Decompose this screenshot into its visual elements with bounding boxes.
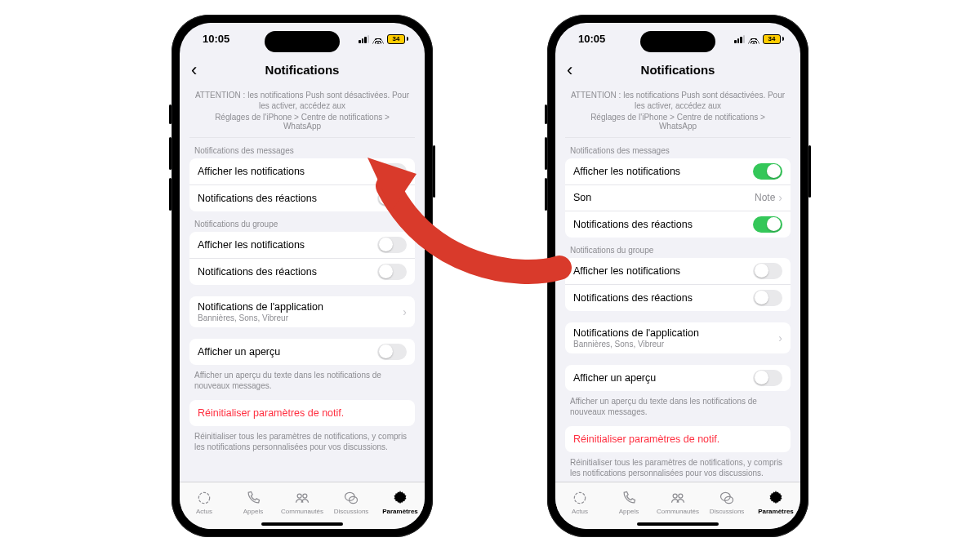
row-show-notifications[interactable]: Afficher les notifications — [189, 158, 415, 184]
status-time: 10:05 — [203, 33, 229, 45]
tab-parametres[interactable]: Paramètres — [376, 482, 425, 522]
battery-icon: 34 — [387, 34, 408, 44]
push-warning-line2: Réglages de l'iPhone > Centre de notific… — [189, 113, 415, 138]
toggle-show-preview[interactable] — [753, 370, 782, 386]
toggle-reaction-notifications[interactable] — [377, 190, 407, 207]
push-warning-line1: ATTENTION : les notifications Push sont … — [555, 85, 800, 113]
svg-point-6 — [574, 492, 585, 503]
cellular-icon — [734, 35, 745, 43]
status-time: 10:05 — [578, 33, 605, 45]
row-reaction-notifications[interactable]: Notifications des réactions — [565, 211, 791, 238]
tab-parametres[interactable]: Paramètres — [751, 482, 800, 522]
people-icon — [294, 490, 310, 506]
toggle-show-notifications[interactable] — [753, 163, 782, 180]
battery-icon: 34 — [763, 34, 784, 44]
toggle-group-show-notifications[interactable] — [753, 263, 782, 279]
page-title: Notifications — [555, 63, 800, 77]
status-ring-icon — [196, 490, 212, 506]
section-header-messages: Notifications des messages — [555, 138, 800, 158]
row-show-preview[interactable]: Afficher un aperçu — [565, 365, 791, 391]
row-reaction-notifications[interactable]: Notifications des réactions — [189, 184, 415, 211]
chevron-right-icon: › — [778, 191, 782, 204]
row-app-notifications[interactable]: Notifications de l'application Bannières… — [189, 296, 415, 327]
push-warning-line2: Réglages de l'iPhone > Centre de notific… — [565, 113, 791, 138]
wifi-icon — [372, 34, 384, 44]
dynamic-island — [265, 31, 340, 52]
svg-point-8 — [679, 494, 683, 498]
toggle-group-reaction-notifications[interactable] — [377, 264, 407, 280]
page-title: Notifications — [180, 63, 425, 77]
section-header-messages: Notifications des messages — [180, 138, 425, 158]
chevron-right-icon: › — [778, 331, 782, 344]
section-header-group: Notifications du groupe — [180, 211, 425, 232]
toggle-group-reaction-notifications[interactable] — [753, 290, 782, 306]
phone-icon — [245, 490, 261, 506]
sound-value: Note — [755, 192, 775, 203]
status-ring-icon — [572, 490, 588, 506]
nav-bar: ‹ Notifications — [180, 56, 425, 85]
home-indicator — [637, 522, 719, 526]
preview-footer: Afficher un aperçu du texte dans les not… — [180, 365, 425, 393]
tab-communautes[interactable]: Communautés — [653, 482, 702, 522]
back-chevron-icon[interactable]: ‹ — [191, 61, 197, 79]
chat-bubbles-icon — [343, 490, 359, 506]
tab-communautes[interactable]: Communautés — [278, 482, 327, 522]
row-group-show-notifications[interactable]: Afficher les notifications — [189, 232, 415, 258]
row-show-preview[interactable]: Afficher un aperçu — [189, 339, 415, 365]
svg-point-1 — [297, 494, 301, 498]
back-chevron-icon[interactable]: ‹ — [567, 61, 572, 79]
tab-actus[interactable]: Actus — [555, 482, 604, 522]
phone-icon — [621, 490, 637, 506]
row-group-show-notifications[interactable]: Afficher les notifications — [565, 258, 791, 284]
row-reset-notifications[interactable]: Réinitialiser paramètres de notif. — [565, 426, 791, 452]
people-icon — [670, 490, 686, 506]
tab-discussions[interactable]: Discussions — [327, 482, 376, 522]
row-group-reaction-notifications[interactable]: Notifications des réactions — [565, 284, 791, 311]
svg-point-2 — [303, 494, 307, 498]
preview-footer: Afficher un aperçu du texte dans les not… — [555, 391, 800, 420]
row-show-notifications[interactable]: Afficher les notifications — [565, 158, 791, 184]
home-indicator — [261, 522, 343, 526]
toggle-show-notifications[interactable] — [377, 163, 407, 180]
tab-actus[interactable]: Actus — [180, 482, 229, 522]
row-group-reaction-notifications[interactable]: Notifications des réactions — [189, 258, 415, 285]
gear-icon — [392, 490, 408, 506]
svg-point-7 — [673, 494, 677, 498]
reset-footer: Réinitialiser tous les paramètres de not… — [180, 426, 425, 455]
row-reset-notifications[interactable]: Réinitialiser paramètres de notif. — [189, 400, 415, 426]
dynamic-island — [640, 31, 715, 52]
chevron-right-icon: › — [403, 305, 407, 318]
cellular-icon — [359, 35, 369, 43]
row-sound[interactable]: Son Note › — [565, 184, 791, 211]
section-header-group: Notifications du groupe — [555, 238, 800, 258]
phone-right: 10:05 34 ‹ Notifications ATTENTION : les… — [547, 15, 808, 537]
nav-bar: ‹ Notifications — [555, 56, 800, 85]
tab-discussions[interactable]: Discussions — [702, 482, 751, 522]
toggle-reaction-notifications[interactable] — [753, 216, 782, 233]
toggle-show-preview[interactable] — [377, 344, 407, 360]
svg-point-0 — [198, 492, 209, 503]
row-app-notifications[interactable]: Notifications de l'application Bannières… — [565, 322, 791, 353]
toggle-group-show-notifications[interactable] — [377, 237, 407, 253]
phone-left: 10:05 34 ‹ Notifications ATTENTION : les… — [172, 15, 433, 537]
reset-footer: Réinitialiser tous les paramètres de not… — [555, 452, 800, 481]
tab-appels[interactable]: Appels — [604, 482, 653, 522]
chat-bubbles-icon — [719, 490, 735, 506]
wifi-icon — [748, 34, 760, 44]
push-warning-line1: ATTENTION : les notifications Push sont … — [180, 85, 425, 113]
tab-appels[interactable]: Appels — [229, 482, 278, 522]
gear-icon — [768, 490, 784, 506]
